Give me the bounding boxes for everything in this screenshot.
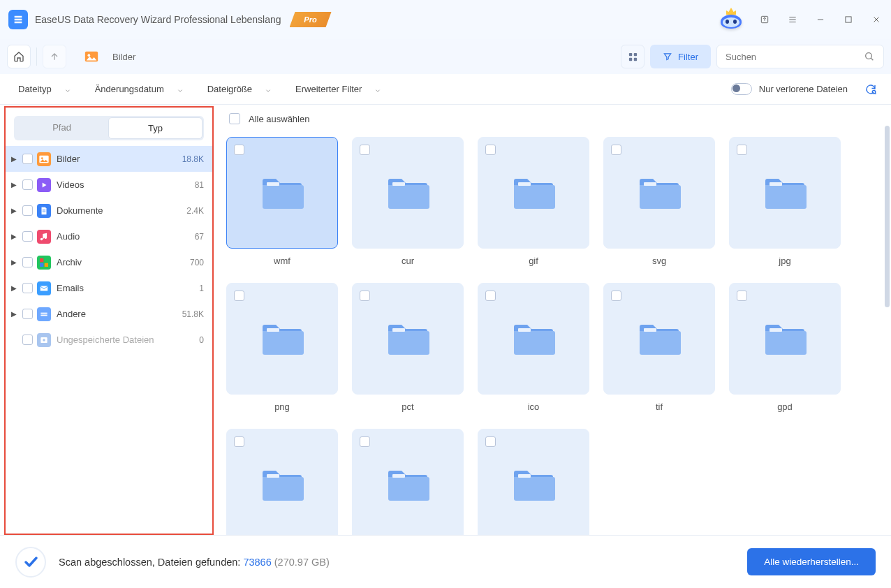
folder-checkbox[interactable] [737,145,747,155]
menu-icon[interactable] [786,13,799,26]
folder-thumbnail[interactable] [226,429,338,535]
filesize-dropdown[interactable]: Dateigröße [202,80,277,98]
folder-checkbox[interactable] [234,291,244,301]
grid-view-button[interactable] [621,45,645,68]
folder-name: cur [402,256,414,266]
expand-arrow-icon[interactable]: ▶ [11,155,20,163]
folder-card[interactable]: gpd [729,283,841,412]
folder-checkbox[interactable] [360,436,370,447]
lost-files-toggle[interactable]: Nur verlorene Dateien [731,83,848,95]
folder-thumbnail[interactable] [478,283,589,395]
folder-thumbnail[interactable] [603,283,715,395]
minimize-icon[interactable] [814,13,827,26]
tree-checkbox[interactable] [22,335,33,345]
folder-thumbnail[interactable] [352,137,464,249]
folder-thumbnail[interactable] [478,429,589,535]
tree-label: Archiv [57,257,190,267]
tab-path[interactable]: Pfad [15,117,108,139]
folder-card[interactable]: pct [352,283,464,412]
home-button[interactable] [7,45,31,68]
expand-arrow-icon[interactable]: ▶ [11,233,20,240]
tree-count: 700 [190,258,204,267]
tree-item-videos[interactable]: ▶Videos81 [6,172,212,198]
folder-card[interactable]: cur [352,137,464,266]
expand-arrow-icon[interactable]: ▶ [11,310,20,318]
tree-item-emails[interactable]: ▶Emails1 [6,275,212,301]
breadcrumb-label: Bilder [112,52,135,62]
folder-card[interactable]: png [226,283,338,412]
folder-card[interactable] [226,429,338,535]
share-icon[interactable] [758,13,771,26]
folder-card[interactable]: ico [478,283,589,412]
filetype-dropdown[interactable]: Dateityp [13,80,77,98]
select-all-row[interactable]: Alle auswählen [226,113,885,124]
folder-card[interactable] [478,429,589,535]
chevron-down-icon [374,86,381,93]
svg-rect-31 [267,474,279,478]
folder-checkbox[interactable] [360,291,370,301]
folder-checkbox[interactable] [737,291,747,301]
folder-checkbox[interactable] [611,145,621,155]
rescan-button[interactable] [863,82,878,97]
tree-checkbox[interactable] [22,309,33,319]
close-icon[interactable] [870,13,883,26]
folder-card[interactable]: gif [478,137,589,266]
category-icon [37,152,51,166]
folder-card[interactable]: svg [603,137,715,266]
filter-button[interactable]: Filter [650,45,711,68]
tree-item-bilder[interactable]: ▶Bilder18.8K [6,146,212,172]
folder-thumbnail[interactable] [729,283,841,395]
select-all-checkbox[interactable] [229,113,240,124]
tree-checkbox[interactable] [22,257,33,267]
folder-card[interactable]: tif [603,283,715,412]
tree-checkbox[interactable] [22,179,33,190]
folder-thumbnail[interactable] [226,137,338,249]
folder-checkbox[interactable] [611,291,621,301]
folder-checkbox[interactable] [234,436,244,447]
folder-thumbnail[interactable] [352,429,464,535]
tree-checkbox[interactable] [22,205,33,216]
folder-card[interactable] [352,429,464,535]
svg-rect-12 [40,258,43,262]
folder-thumbnail[interactable] [352,283,464,395]
tree-checkbox[interactable] [22,154,33,164]
moddate-dropdown[interactable]: Änderungsdatum [89,80,189,98]
search-input[interactable] [726,52,864,62]
folder-grid: wmfcurgifsvgjpgpngpcticotifgpd [226,137,885,535]
advanced-filter-dropdown[interactable]: Erweiterter Filter [290,80,387,98]
folder-thumbnail[interactable] [603,137,715,249]
mascot-icon[interactable] [719,9,743,30]
tree-count: 1 [199,284,204,293]
folder-thumbnail[interactable] [478,137,589,249]
expand-arrow-icon[interactable]: ▶ [11,207,20,214]
maximize-icon[interactable] [842,13,855,26]
tree-item-andere[interactable]: ▶Andere51.8K [6,301,212,327]
folder-thumbnail[interactable] [226,283,338,395]
recover-all-button[interactable]: Alle wiederherstellen... [747,548,876,575]
svg-rect-5 [633,52,636,55]
tree-item-dokumente[interactable]: ▶Dokumente2.4K [6,198,212,223]
tree-item-archiv[interactable]: ▶Archiv700 [6,249,212,275]
svg-rect-13 [45,258,48,262]
tab-type[interactable]: Typ [108,117,202,139]
tree-checkbox[interactable] [22,283,33,293]
tree-item-audio[interactable]: ▶Audio67 [6,223,212,249]
pictures-icon [83,48,100,65]
vertical-scrollbar[interactable] [883,126,891,489]
folder-checkbox[interactable] [485,291,496,301]
switch-icon[interactable] [731,83,752,95]
folder-checkbox[interactable] [485,436,496,447]
tree-item-ungespeicherte-dateien[interactable]: Ungespeicherte Dateien0 [6,327,212,353]
folder-checkbox[interactable] [485,145,496,155]
folder-checkbox[interactable] [234,145,244,155]
expand-arrow-icon[interactable]: ▶ [11,181,20,189]
search-box[interactable] [716,45,884,68]
folder-thumbnail[interactable] [729,137,841,249]
expand-arrow-icon[interactable]: ▶ [11,258,20,266]
folder-checkbox[interactable] [360,145,370,155]
folder-card[interactable]: jpg [729,137,841,266]
tree-checkbox[interactable] [22,231,33,242]
folder-card[interactable]: wmf [226,137,338,266]
category-icon [37,230,51,244]
expand-arrow-icon[interactable]: ▶ [11,284,20,292]
